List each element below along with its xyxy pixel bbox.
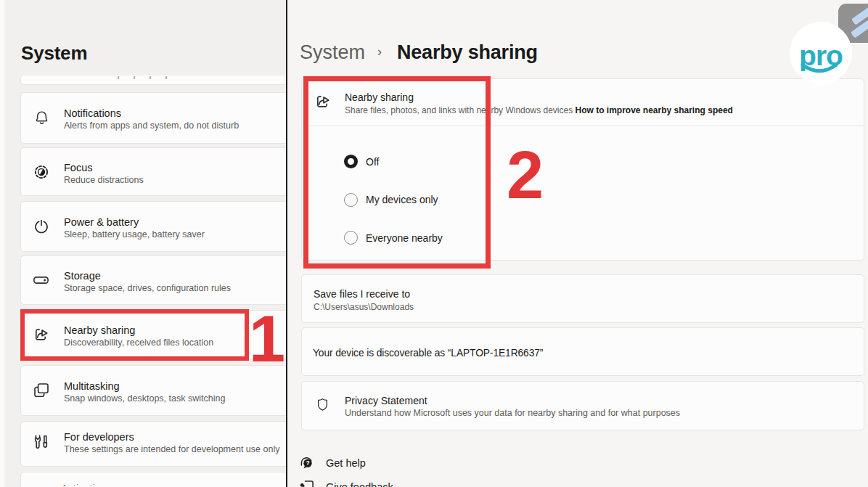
svg-text:?: ? (306, 459, 309, 467)
